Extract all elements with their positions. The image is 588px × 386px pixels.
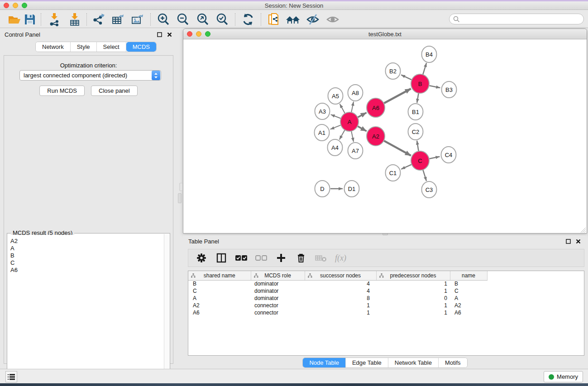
- close-panel-button[interactable]: Close panel: [91, 86, 138, 96]
- graph-node-C4[interactable]: C4: [441, 147, 456, 163]
- column-header-name[interactable]: name: [450, 271, 487, 280]
- select-all-icon[interactable]: [235, 252, 247, 264]
- table-cell[interactable]: 1: [376, 287, 450, 295]
- zoom-fit-icon[interactable]: [196, 12, 210, 27]
- float-table-panel-icon[interactable]: [564, 238, 572, 245]
- graph-edge-B-B4[interactable]: [423, 63, 426, 75]
- table-cell[interactable]: A2: [450, 302, 487, 309]
- table-cell[interactable]: 1: [305, 309, 376, 316]
- graph-edge-A2-C[interactable]: [384, 141, 411, 156]
- network-resize-grip[interactable]: [580, 227, 586, 233]
- graph-node-D[interactable]: D: [315, 181, 330, 197]
- table-cell[interactable]: C: [188, 287, 251, 295]
- graph-edge-A-A7[interactable]: [351, 131, 354, 142]
- graph-edge-C-C3[interactable]: [423, 170, 426, 181]
- table-cell[interactable]: 4: [305, 280, 376, 287]
- graph-node-A2[interactable]: A2: [367, 127, 385, 146]
- table-row[interactable]: A6connector11A6: [188, 309, 487, 316]
- table-cell[interactable]: 1: [376, 280, 450, 287]
- graph-edge-A-A8[interactable]: [351, 102, 354, 113]
- network-vscroll-thumb[interactable]: [179, 183, 183, 191]
- clone-network-icon[interactable]: [267, 12, 281, 27]
- table-cell[interactable]: 1: [376, 309, 450, 316]
- deselect-all-icon[interactable]: [255, 252, 267, 264]
- table-cell[interactable]: connector: [251, 302, 305, 309]
- tab-node-table[interactable]: Node Table: [303, 358, 346, 367]
- graph-node-A3[interactable]: A3: [315, 103, 330, 119]
- table-cell[interactable]: connector: [251, 309, 305, 316]
- graph-node-C[interactable]: C: [411, 151, 429, 170]
- graph-edge-B-B1[interactable]: [417, 93, 418, 103]
- mcds-result-item[interactable]: C: [10, 259, 164, 267]
- column-header-successor-nodes[interactable]: successor nodes: [305, 271, 376, 280]
- graph-node-A8[interactable]: A8: [348, 85, 363, 101]
- delete-table-icon[interactable]: [315, 252, 327, 264]
- table-cell[interactable]: dominator: [251, 287, 305, 295]
- zoom-selected-icon[interactable]: [215, 12, 229, 27]
- mcds-result-item[interactable]: A6: [10, 267, 164, 274]
- graph-node-A1[interactable]: A1: [315, 124, 330, 141]
- column-header-predecessor-nodes[interactable]: predecessor nodes: [376, 271, 450, 280]
- graph-node-A[interactable]: A: [340, 112, 359, 131]
- export-network-icon[interactable]: [91, 12, 106, 27]
- table-row[interactable]: Bdominator41B: [188, 280, 487, 287]
- zoom-out-icon[interactable]: [176, 12, 190, 27]
- mcds-result-item[interactable]: A: [10, 245, 164, 252]
- tab-network-table[interactable]: Network Table: [388, 358, 439, 367]
- graph-edge-C-C2[interactable]: [417, 141, 419, 151]
- graph-edge-B-B2[interactable]: [401, 75, 411, 80]
- table-cell[interactable]: B: [450, 280, 487, 287]
- apply-layout-icon[interactable]: [241, 12, 255, 27]
- graph-edge-A-A1[interactable]: [330, 125, 341, 129]
- node-table-grid[interactable]: shared nameMCDS rolesuccessor nodesprede…: [188, 271, 488, 316]
- table-cell[interactable]: 1: [376, 302, 450, 309]
- graph-node-B3[interactable]: B3: [442, 81, 457, 98]
- table-cell[interactable]: A6: [188, 309, 251, 316]
- zoom-in-icon[interactable]: [156, 12, 171, 27]
- graph-node-D1[interactable]: D1: [344, 181, 359, 197]
- graph-edge-C-C4[interactable]: [430, 157, 440, 159]
- open-session-icon[interactable]: [7, 12, 22, 27]
- float-panel-icon[interactable]: [156, 31, 163, 38]
- table-row[interactable]: Cdominator41C: [188, 287, 487, 295]
- graph-edge-A-A5[interactable]: [340, 104, 345, 114]
- mcds-result-item[interactable]: B: [10, 252, 164, 259]
- vertical-split-handle[interactable]: [178, 193, 182, 203]
- close-table-panel-icon[interactable]: [574, 238, 582, 245]
- table-cell[interactable]: B: [188, 280, 251, 287]
- graph-node-B1[interactable]: B1: [408, 104, 423, 120]
- home-views-icon[interactable]: [286, 12, 300, 27]
- show-columns-icon[interactable]: [215, 252, 227, 264]
- mcds-result-item[interactable]: A2: [10, 238, 164, 245]
- table-cell[interactable]: A6: [450, 309, 487, 316]
- hide-selected-icon[interactable]: [306, 12, 320, 27]
- graph-edge-A-A3[interactable]: [331, 114, 341, 118]
- add-column-icon[interactable]: [275, 252, 287, 264]
- table-cell[interactable]: dominator: [251, 280, 305, 287]
- run-mcds-button[interactable]: Run MCDS: [39, 86, 85, 96]
- table-cell[interactable]: 1: [305, 302, 376, 309]
- graph-edge-A-A6[interactable]: [358, 113, 367, 117]
- task-history-button[interactable]: [5, 371, 17, 382]
- graph-node-A7[interactable]: A7: [348, 143, 363, 159]
- graph-edge-A-A2[interactable]: [358, 126, 366, 131]
- graph-edge-B-B3[interactable]: [430, 86, 440, 88]
- mcds-result-scrollbar[interactable]: [164, 234, 169, 386]
- close-panel-icon[interactable]: [166, 31, 173, 38]
- memory-button[interactable]: Memory: [544, 371, 583, 382]
- export-table-icon[interactable]: [111, 12, 125, 27]
- graph-node-C3[interactable]: C3: [422, 181, 437, 198]
- table-row[interactable]: A2connector11A2: [188, 302, 487, 309]
- graph-node-C1[interactable]: C1: [386, 165, 401, 181]
- tab-edge-table[interactable]: Edge Table: [346, 358, 388, 367]
- graph-node-A5[interactable]: A5: [328, 88, 343, 104]
- table-cell[interactable]: A2: [188, 302, 251, 309]
- show-selected-icon[interactable]: [325, 12, 340, 27]
- graph-edge-A-A4[interactable]: [339, 130, 345, 139]
- import-network-icon[interactable]: [47, 12, 62, 27]
- column-header-shared-name[interactable]: shared name: [188, 271, 251, 280]
- save-session-icon[interactable]: [23, 12, 37, 27]
- criterion-dropdown[interactable]: largest connected component (directed): [19, 70, 161, 81]
- export-image-icon[interactable]: [130, 12, 145, 27]
- column-header-MCDS-role[interactable]: MCDS role: [251, 271, 305, 280]
